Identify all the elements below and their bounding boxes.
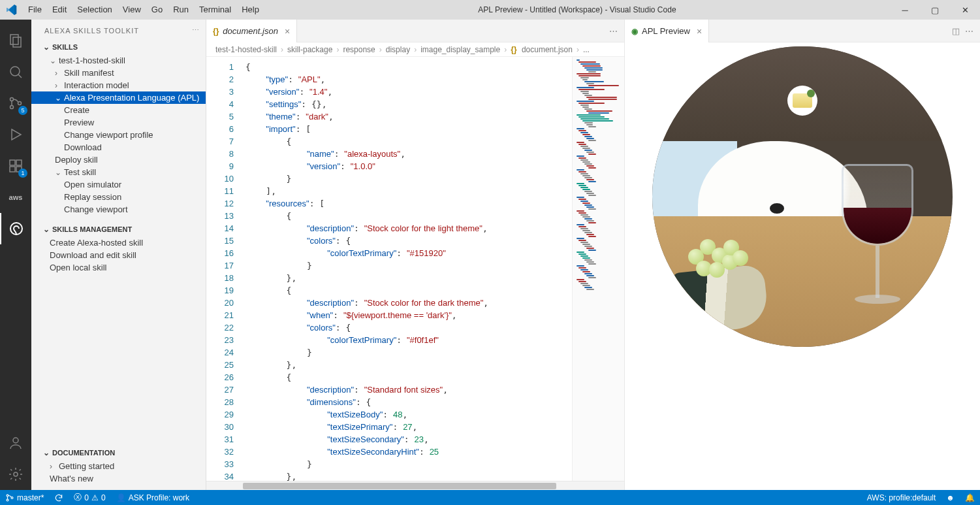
tree-skill-root[interactable]: ⌄test-1-hosted-skill — [31, 54, 206, 67]
code-content[interactable]: { "type": "APL", "version": "1.4", "sett… — [243, 57, 572, 481]
tab-close-icon[interactable]: × — [694, 26, 702, 37]
tree-open-local[interactable]: Open local skill — [31, 261, 206, 274]
menu-help[interactable]: Help — [236, 0, 264, 20]
explorer-icon[interactable] — [0, 25, 31, 56]
editor-group-right: ◉ APL Preview × ◫ ⋯ — [624, 20, 980, 490]
menu-selection[interactable]: Selection — [72, 0, 117, 20]
code-editor[interactable]: 1234567891011121314151617181920212223242… — [206, 57, 624, 481]
minimize-button[interactable]: ─ — [890, 0, 920, 20]
activity-bar: 5 1 aws — [0, 20, 31, 490]
menu-edit[interactable]: Edit — [47, 0, 72, 20]
tab-document-json[interactable]: {} document.json × — [206, 20, 297, 42]
tree-open-simulator[interactable]: Open simulator — [31, 178, 206, 191]
alexa-toolkit-icon[interactable] — [0, 213, 31, 244]
sidebar: ALEXA SKILLS TOOLKIT ⋯ SKILLS ⌄test-1-ho… — [31, 20, 206, 490]
maximize-button[interactable]: ▢ — [920, 0, 950, 20]
status-notifications-icon[interactable]: 🔔 — [960, 490, 980, 505]
tree-label: Download — [64, 142, 102, 152]
tree-change-viewport[interactable]: Change viewport — [31, 203, 206, 216]
tree-replay-session[interactable]: Replay session — [31, 191, 206, 203]
horizontal-scrollbar[interactable] — [206, 481, 624, 490]
status-aws-profile[interactable]: AWS: profile:default — [862, 490, 941, 505]
sidebar-title-label: ALEXA SKILLS TOOLKIT — [44, 27, 139, 35]
crumb[interactable]: display — [385, 45, 411, 54]
tree-interaction-model[interactable]: ›Interaction model — [31, 79, 206, 91]
crumb[interactable]: image_display_sample — [419, 45, 501, 54]
tree-skill-manifest[interactable]: ›Skill manifest — [31, 67, 206, 79]
tree-download-edit[interactable]: Download and edit skill — [31, 249, 206, 261]
run-debug-icon[interactable] — [0, 119, 31, 150]
tree-apl-create[interactable]: Create — [31, 104, 206, 116]
section-skills-mgmt[interactable]: SKILLS MANAGEMENT — [31, 222, 206, 236]
tree-label: Getting started — [59, 461, 114, 471]
search-icon[interactable] — [0, 56, 31, 88]
section-skills[interactable]: SKILLS — [31, 40, 206, 54]
preview-icon: ◉ — [631, 27, 638, 36]
menu-run[interactable]: Run — [168, 0, 194, 20]
tree-whats-new[interactable]: What's new — [31, 472, 206, 485]
tree-label: test-1-hosted-skill — [59, 56, 125, 65]
tree-apl[interactable]: ⌄Alexa Presentation Language (APL) — [31, 91, 206, 104]
tree-label: Replay session — [64, 192, 121, 202]
apl-preview-canvas — [625, 42, 980, 490]
more-actions-icon[interactable]: ⋯ — [965, 26, 973, 36]
section-documentation[interactable]: DOCUMENTATION — [31, 446, 206, 460]
crumb[interactable]: document.json — [520, 45, 574, 54]
tree-apl-change-viewport[interactable]: Change viewport profile — [31, 129, 206, 141]
status-feedback-icon[interactable]: ☻ — [941, 490, 960, 505]
person-icon: 👤 — [116, 493, 126, 502]
crumb[interactable]: skill-package — [286, 45, 334, 54]
extensions-icon[interactable]: 1 — [0, 150, 31, 182]
status-aws-profile-label: AWS: profile:default — [867, 493, 936, 502]
tab-label: APL Preview — [642, 26, 690, 36]
crumb[interactable]: response — [341, 45, 376, 54]
tree-label: Open local skill — [50, 263, 106, 272]
minimap[interactable] — [572, 57, 624, 481]
tree-label: Deploy skill — [55, 155, 98, 165]
tree-label: Change viewport profile — [64, 130, 153, 140]
json-file-icon: {} — [509, 45, 518, 54]
status-sync[interactable] — [49, 490, 69, 505]
crumb-overflow[interactable]: ... — [582, 45, 591, 54]
tab-close-icon[interactable]: × — [282, 26, 290, 37]
menu-file[interactable]: File — [23, 0, 47, 20]
aws-icon[interactable]: aws — [0, 182, 31, 213]
svg-rect-0 — [10, 35, 18, 44]
menu-terminal[interactable]: Terminal — [194, 0, 236, 20]
settings-gear-icon[interactable] — [0, 459, 31, 490]
window-title: APL Preview - Untitled (Workspace) - Vis… — [264, 5, 890, 14]
tree-apl-preview[interactable]: Preview — [31, 116, 206, 129]
split-editor-icon[interactable]: ◫ — [952, 26, 960, 36]
more-actions-icon[interactable]: ⋯ — [609, 26, 618, 36]
sidebar-more-icon[interactable]: ⋯ — [192, 26, 200, 35]
tree-create-hosted[interactable]: Create Alexa-hosted skill — [31, 236, 206, 249]
accounts-icon[interactable] — [0, 427, 31, 459]
status-error-count: 0 — [84, 493, 89, 502]
tree-deploy-skill[interactable]: Deploy skill — [31, 154, 206, 166]
tree-label: Create — [64, 105, 89, 115]
tab-apl-preview[interactable]: ◉ APL Preview × — [625, 20, 709, 42]
tree-label: What's new — [50, 474, 93, 483]
close-window-button[interactable]: ✕ — [950, 0, 980, 20]
status-branch-label: master* — [17, 493, 44, 502]
crumb[interactable]: test-1-hosted-skill — [214, 45, 278, 54]
menu-go[interactable]: Go — [146, 0, 168, 20]
tree-label: Create Alexa-hosted skill — [50, 238, 143, 248]
menu-view[interactable]: View — [118, 0, 146, 20]
tree-getting-started[interactable]: ›Getting started — [31, 460, 206, 472]
source-control-icon[interactable]: 5 — [0, 88, 31, 119]
scm-badge: 5 — [18, 106, 27, 115]
scrollbar-thumb[interactable] — [243, 483, 556, 489]
tree-test-skill[interactable]: ⌄Test skill — [31, 166, 206, 178]
svg-point-6 — [18, 102, 22, 105]
status-ask-profile-label: ASK Profile: work — [129, 493, 189, 502]
tree-apl-download[interactable]: Download — [31, 141, 206, 154]
svg-point-17 — [11, 497, 13, 498]
status-branch[interactable]: master* — [0, 490, 49, 505]
breadcrumbs[interactable]: test-1-hosted-skill› skill-package› resp… — [206, 42, 624, 57]
svg-rect-9 — [10, 167, 15, 172]
status-problems[interactable]: ⓧ0 ⚠0 — [69, 490, 110, 505]
json-file-icon: {} — [213, 27, 219, 36]
line-gutter: 1234567891011121314151617181920212223242… — [206, 57, 243, 481]
status-ask-profile[interactable]: 👤ASK Profile: work — [111, 490, 195, 505]
